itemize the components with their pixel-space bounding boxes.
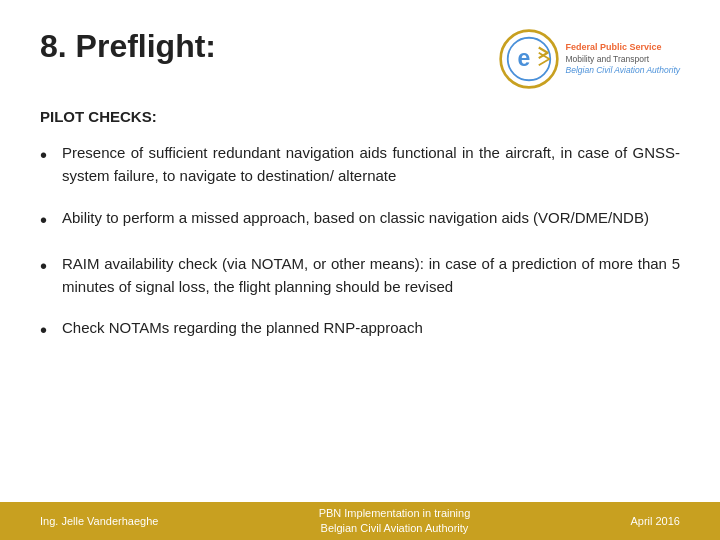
bullet-text-3: RAIM availability check (via NOTAM, or o… (62, 252, 680, 299)
main-content: 8. Preflight: e Federal Public Service M… (0, 0, 720, 344)
bullet-dot: • (40, 252, 62, 280)
bullet-item-2: •Ability to perform a missed approach, b… (40, 206, 680, 234)
logo-line2: Mobility and Transport (566, 54, 681, 65)
bullet-text-1: Presence of sufficient redundant navigat… (62, 141, 680, 188)
footer-author: Ing. Jelle Vanderhaeghe (40, 515, 158, 527)
header-row: 8. Preflight: e Federal Public Service M… (40, 28, 680, 90)
section-label: PILOT CHECKS: (40, 108, 680, 125)
logo-icon: e (498, 28, 560, 90)
footer-date: April 2016 (630, 515, 680, 527)
logo-area: e Federal Public Service Mobility and Tr… (498, 28, 681, 90)
logo-line3: Belgian Civil Aviation Authority (566, 65, 681, 76)
bullet-item-3: •RAIM availability check (via NOTAM, or … (40, 252, 680, 299)
svg-text:e: e (517, 45, 530, 71)
footer-center-line2: Belgian Civil Aviation Authority (319, 521, 471, 536)
footer-center-line1: PBN Implementation in training (319, 506, 471, 521)
logo-line1: Federal Public Service (566, 42, 681, 54)
bullet-text-2: Ability to perform a missed approach, ba… (62, 206, 680, 229)
logo-text: Federal Public Service Mobility and Tran… (566, 42, 681, 76)
bullet-dot: • (40, 316, 62, 344)
bullet-item-1: •Presence of sufficient redundant naviga… (40, 141, 680, 188)
bullet-dot: • (40, 206, 62, 234)
bullet-item-4: •Check NOTAMs regarding the planned RNP-… (40, 316, 680, 344)
bullet-list: •Presence of sufficient redundant naviga… (40, 141, 680, 344)
bullet-text-4: Check NOTAMs regarding the planned RNP-a… (62, 316, 680, 339)
footer-center: PBN Implementation in training Belgian C… (319, 506, 471, 537)
page-title: 8. Preflight: (40, 28, 216, 65)
bullet-dot: • (40, 141, 62, 169)
footer: Ing. Jelle Vanderhaeghe PBN Implementati… (0, 502, 720, 540)
